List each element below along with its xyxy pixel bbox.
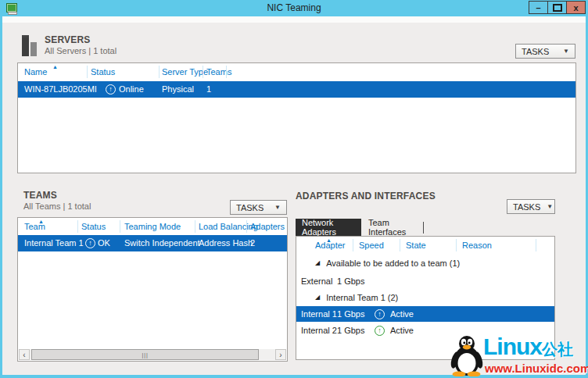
scrollbar-grip-icon: ||| bbox=[142, 352, 148, 358]
adapters-col-reason[interactable]: Reason bbox=[462, 241, 492, 250]
server-name: WIN-87LJB0205MI bbox=[24, 84, 97, 94]
chevron-down-icon: ▼ bbox=[563, 48, 569, 55]
team-status: OK bbox=[98, 238, 110, 248]
adapters-tasks-button[interactable]: TASKS ▼ bbox=[507, 199, 555, 214]
chevron-down-icon: ▼ bbox=[547, 203, 553, 210]
horizontal-scrollbar[interactable]: ‹ ||| › bbox=[19, 349, 286, 360]
close-icon: x bbox=[573, 3, 578, 12]
watermark-url: www.Linuxidc.com bbox=[485, 362, 588, 375]
minimize-button[interactable]: – bbox=[529, 1, 548, 14]
servers-col-teams[interactable]: Teams bbox=[206, 67, 231, 77]
adapter-speed: 1 Gbps bbox=[337, 309, 364, 319]
group-expanded-icon: ◢ bbox=[315, 260, 320, 266]
adapter-name: External bbox=[301, 276, 332, 286]
team-row[interactable]: Internal Team 1 ↑ OK Switch Independent … bbox=[18, 235, 287, 251]
teams-subtitle: All Teams | 1 total bbox=[23, 201, 91, 211]
server-teams-count: 1 bbox=[206, 84, 211, 94]
group-internal-team-1[interactable]: ◢ Internal Team 1 (2) bbox=[315, 293, 398, 302]
server-status: Online bbox=[119, 84, 144, 94]
status-up-circle-icon: ↑ bbox=[106, 84, 116, 94]
status-up-circle-icon: ↑ bbox=[375, 326, 385, 336]
adapter-row[interactable]: External 1 Gbps bbox=[296, 273, 554, 287]
adapters-title: ADAPTERS AND INTERFACES bbox=[296, 191, 436, 201]
team-adapters-count: 2 bbox=[250, 238, 255, 248]
scroll-left-button[interactable]: ‹ bbox=[19, 349, 30, 360]
adapter-row[interactable]: Internal 1 1 Gbps ↑ Active bbox=[296, 306, 554, 322]
team-teaming-mode: Switch Independent bbox=[124, 238, 200, 248]
titlebar: NIC Teaming – x bbox=[0, 0, 588, 16]
sort-ascending-icon: ▲ bbox=[38, 219, 44, 224]
adapter-state: Active bbox=[390, 309, 414, 319]
sort-ascending-icon: ▲ bbox=[326, 237, 332, 243]
adapter-name: Internal 2 bbox=[301, 326, 337, 335]
servers-col-name[interactable]: Name bbox=[24, 67, 47, 77]
tab-network-adapters[interactable]: Network Adapters bbox=[296, 219, 361, 236]
window-title: NIC Teaming bbox=[0, 2, 588, 13]
status-up-circle-icon: ↑ bbox=[85, 238, 95, 248]
teams-col-adapters[interactable]: Adapters bbox=[250, 222, 285, 231]
servers-icon bbox=[22, 35, 38, 56]
scrollbar-track[interactable]: ||| bbox=[31, 349, 274, 360]
teams-col-status[interactable]: Status bbox=[81, 222, 106, 231]
servers-col-status[interactable]: Status bbox=[91, 67, 115, 77]
team-name: Internal Team 1 bbox=[24, 238, 84, 248]
scroll-left-icon: ‹ bbox=[23, 351, 25, 359]
adapters-col-state[interactable]: State bbox=[406, 241, 426, 250]
status-up-circle-icon: ↑ bbox=[375, 309, 385, 319]
window-controls: – x bbox=[529, 1, 586, 14]
teams-col-teaming-mode[interactable]: Teaming Mode bbox=[124, 222, 181, 231]
servers-grid: Name ▲ Status Server Type Teams WIN-87LJ… bbox=[17, 62, 576, 173]
tab-team-interfaces[interactable]: Team Interfaces bbox=[362, 219, 421, 236]
minimize-icon: – bbox=[536, 3, 540, 12]
scrollbar-thumb[interactable]: ||| bbox=[31, 349, 259, 360]
group-available[interactable]: ◢ Available to be added to a team (1) bbox=[315, 259, 460, 268]
scroll-right-button[interactable]: › bbox=[275, 349, 286, 360]
tux-penguin-icon bbox=[449, 334, 485, 376]
maximize-button[interactable] bbox=[547, 1, 567, 14]
teams-grid: Team ▲ Status Teaming Mode Load Balancin… bbox=[17, 217, 288, 362]
close-button[interactable]: x bbox=[566, 1, 586, 14]
nic-teaming-window: NIC Teaming – x SERVERS All Servers | 1 … bbox=[0, 0, 588, 378]
team-load-balancing: Address Hash bbox=[199, 238, 253, 248]
maximize-icon bbox=[553, 4, 562, 12]
scroll-right-icon: › bbox=[279, 351, 281, 359]
servers-title: SERVERS bbox=[45, 34, 91, 45]
servers-subtitle: All Servers | 1 total bbox=[45, 46, 117, 55]
teams-col-load-balancing[interactable]: Load Balancing bbox=[199, 222, 258, 231]
linuxidc-watermark: Linux公社 www.Linuxidc.com bbox=[449, 334, 588, 376]
server-type: Physical bbox=[162, 84, 194, 94]
teams-tasks-button[interactable]: TASKS ▼ bbox=[230, 200, 287, 215]
adapter-speed: 1 Gbps bbox=[337, 276, 364, 286]
server-row[interactable]: WIN-87LJB0205MI ↑ Online Physical 1 bbox=[18, 81, 575, 98]
group-expanded-icon: ◢ bbox=[315, 294, 320, 301]
sort-ascending-icon: ▲ bbox=[52, 64, 58, 70]
adapters-col-speed[interactable]: Speed bbox=[359, 241, 384, 250]
adapter-state: Active bbox=[390, 326, 414, 335]
watermark-brand: Linux公社 bbox=[483, 335, 573, 358]
adapter-name: Internal 1 bbox=[301, 309, 337, 319]
adapter-speed: 1 Gbps bbox=[337, 326, 364, 335]
servers-tasks-button[interactable]: TASKS ▼ bbox=[515, 44, 575, 59]
teams-title: TEAMS bbox=[23, 190, 57, 201]
servers-col-server-type[interactable]: Server Type bbox=[162, 67, 208, 77]
chevron-down-icon: ▼ bbox=[274, 204, 281, 211]
